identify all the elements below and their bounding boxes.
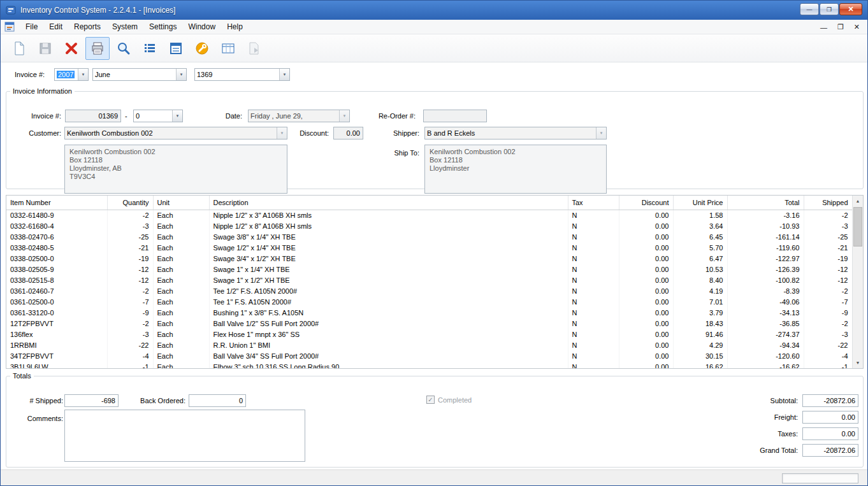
col-header-description[interactable]: Description bbox=[209, 196, 568, 210]
menu-window[interactable]: Window bbox=[182, 20, 221, 34]
delete-invoice-button[interactable] bbox=[59, 37, 83, 60]
year-combo[interactable]: 2007 ▼ bbox=[54, 68, 89, 81]
maximize-button[interactable]: ❐ bbox=[820, 3, 839, 15]
cell-unit: Each bbox=[153, 318, 209, 329]
titlebar: Inventory Control System - 2.2.4.1 - [In… bbox=[1, 1, 867, 20]
print-invoice-button[interactable] bbox=[85, 37, 110, 60]
cell-total: -34.13 bbox=[727, 308, 804, 318]
menu-settings[interactable]: Settings bbox=[143, 20, 182, 34]
customer-combo[interactable]: Kenilworth Combustion 002 ▼ bbox=[64, 127, 287, 139]
col-header-unit-price[interactable]: Unit Price bbox=[673, 196, 727, 210]
table-row[interactable]: 0361-02460-7-2Each Tee 1/2" F.S. A105N 2… bbox=[6, 286, 852, 297]
cell-description: Swage 1" x 1/4" XH TBE bbox=[209, 264, 568, 275]
chevron-down-icon[interactable]: ▼ bbox=[279, 69, 289, 80]
invoice-suffix-combo[interactable]: 0 ▼ bbox=[133, 110, 183, 122]
shipped-field[interactable]: -698 bbox=[64, 394, 119, 407]
table-row[interactable]: 1RRBMI-22Each R.R. Union 1" BMIN0.00 4.2… bbox=[6, 340, 852, 351]
completed-checkbox-row: ✓ Completed bbox=[426, 396, 472, 404]
scrollbar-thumb[interactable] bbox=[853, 207, 862, 247]
menu-file[interactable]: File bbox=[20, 20, 43, 34]
invoice-number-combo[interactable]: 1369 ▼ bbox=[194, 68, 290, 81]
invoice-form-button[interactable] bbox=[164, 37, 188, 60]
find-invoice-button[interactable] bbox=[112, 37, 136, 60]
cell-unit: Each bbox=[153, 232, 209, 243]
cell-description: Tee 1" F.S. A105N 2000# bbox=[209, 297, 568, 308]
minimize-button[interactable]: — bbox=[800, 3, 819, 15]
cell-quantity: -1 bbox=[107, 362, 153, 369]
table-row[interactable]: 0361-02500-0-7Each Tee 1" F.S. A105N 200… bbox=[6, 297, 852, 308]
cell-total: -274.37 bbox=[727, 329, 804, 340]
cell-discount: 0.00 bbox=[619, 286, 673, 297]
cell-unit: Each bbox=[153, 362, 209, 369]
table-row[interactable]: 0338-02500-0-19Each Swage 3/4" x 1/2" XH… bbox=[6, 254, 852, 264]
col-header-unit[interactable]: Unit bbox=[153, 196, 209, 210]
chevron-down-icon[interactable]: ▼ bbox=[172, 110, 182, 122]
mdi-close-button[interactable]: ✕ bbox=[854, 23, 860, 31]
col-header-tax[interactable]: Tax bbox=[568, 196, 619, 210]
backordered-field[interactable]: 0 bbox=[189, 394, 246, 407]
cell-description: Ball Valve 3/4" SS Full Port 2000# bbox=[209, 351, 568, 362]
scroll-down-icon[interactable]: ▼ bbox=[853, 357, 863, 368]
menu-reports[interactable]: Reports bbox=[68, 20, 106, 34]
close-button[interactable]: ✕ bbox=[839, 3, 862, 15]
menu-edit[interactable]: Edit bbox=[43, 20, 68, 34]
cell-quantity: -25 bbox=[107, 232, 153, 243]
vertical-scrollbar[interactable]: ▲ ▼ bbox=[852, 196, 863, 368]
shipper-combo[interactable]: B and R Eckels ▼ bbox=[424, 127, 607, 139]
table-row[interactable]: 0332-61680-4-3Each Nipple 1/2" x 8" A106… bbox=[6, 221, 852, 232]
table-row[interactable]: 3B1L9L6LW-1Each Elbow 3" sch 10 316 SS L… bbox=[6, 362, 852, 369]
table-row[interactable]: 0338-02480-5-21Each Swage 1/2" x 1/4" XH… bbox=[6, 243, 852, 254]
mdi-restore-button[interactable]: ❐ bbox=[837, 23, 844, 31]
cell-quantity: -9 bbox=[107, 308, 153, 318]
cell-discount: 0.00 bbox=[619, 221, 673, 232]
reorder-label: Re-Order #: bbox=[363, 110, 416, 122]
table-row[interactable]: 12T2FPBVVT-2Each Ball Valve 1/2" SS Full… bbox=[6, 318, 852, 329]
export-button[interactable] bbox=[242, 37, 266, 60]
cell-total: -10.93 bbox=[727, 221, 804, 232]
col-header-quantity[interactable]: Quantity bbox=[107, 196, 153, 210]
app-icon bbox=[6, 5, 16, 15]
table-row[interactable]: 0361-33120-0-9Each Bushing 1" x 3/8" F.S… bbox=[6, 308, 852, 318]
invoice-number-separator: - bbox=[125, 110, 127, 122]
col-header-item-number[interactable]: Item Number bbox=[6, 196, 107, 210]
chevron-down-icon[interactable]: ▼ bbox=[596, 127, 606, 139]
tools-button[interactable] bbox=[190, 37, 214, 60]
save-invoice-button[interactable] bbox=[33, 37, 57, 60]
billing-address-box: Kenilworth Combustion 002 Box 12118 Lloy… bbox=[64, 145, 287, 194]
cell-tax: N bbox=[568, 351, 619, 362]
cell-item-number: 0338-02470-6 bbox=[6, 232, 107, 243]
month-combo[interactable]: June ▼ bbox=[92, 68, 187, 81]
new-invoice-button[interactable] bbox=[7, 37, 31, 60]
date-combo[interactable]: Friday , June 29, ▼ bbox=[248, 110, 350, 122]
col-header-shipped[interactable]: Shipped bbox=[804, 196, 852, 210]
scroll-up-icon[interactable]: ▲ bbox=[853, 196, 863, 206]
chevron-down-icon[interactable]: ▼ bbox=[339, 110, 349, 122]
table-row[interactable]: 136flex-3Each Flex Hose 1" mnpt x 36" SS… bbox=[6, 329, 852, 340]
table-row[interactable]: 0338-02515-8-12Each Swage 1" x 1/2" XH T… bbox=[6, 275, 852, 286]
table-row[interactable]: 0338-02505-9-12Each Swage 1" x 1/4" XH T… bbox=[6, 264, 852, 275]
chevron-down-icon[interactable]: ▼ bbox=[78, 69, 88, 80]
menu-help[interactable]: Help bbox=[221, 20, 249, 34]
table-row[interactable]: 0338-02470-6-25Each Swage 3/8" x 1/4" XH… bbox=[6, 232, 852, 243]
table-row[interactable]: 34T2FPBVVT-4Each Ball Valve 3/4" SS Full… bbox=[6, 351, 852, 362]
mdi-child-icon[interactable] bbox=[4, 22, 15, 32]
cell-discount: 0.00 bbox=[619, 232, 673, 243]
line-items-table: Item Number Quantity Unit Description Ta… bbox=[6, 196, 853, 369]
data-grid-button[interactable] bbox=[216, 37, 240, 60]
app-window: Inventory Control System - 2.2.4.1 - [In… bbox=[0, 0, 868, 486]
mdi-minimize-button[interactable]: — bbox=[820, 24, 827, 31]
cell-unit: Each bbox=[153, 221, 209, 232]
col-header-discount[interactable]: Discount bbox=[619, 196, 673, 210]
menu-system[interactable]: System bbox=[106, 20, 143, 34]
item-list-button[interactable] bbox=[138, 37, 162, 60]
cell-shipped: -2 bbox=[804, 210, 852, 221]
cell-tax: N bbox=[568, 254, 619, 264]
cell-total: -120.60 bbox=[727, 351, 804, 362]
cell-discount: 0.00 bbox=[619, 362, 673, 369]
col-header-total[interactable]: Total bbox=[727, 196, 804, 210]
chevron-down-icon[interactable]: ▼ bbox=[176, 69, 186, 80]
freight-field[interactable]: 0.00 bbox=[802, 411, 858, 424]
cell-quantity: -22 bbox=[107, 340, 153, 351]
table-row[interactable]: 0332-61480-9-2Each Nipple 1/2" x 3" A106… bbox=[6, 210, 852, 221]
comments-box[interactable] bbox=[64, 410, 305, 462]
